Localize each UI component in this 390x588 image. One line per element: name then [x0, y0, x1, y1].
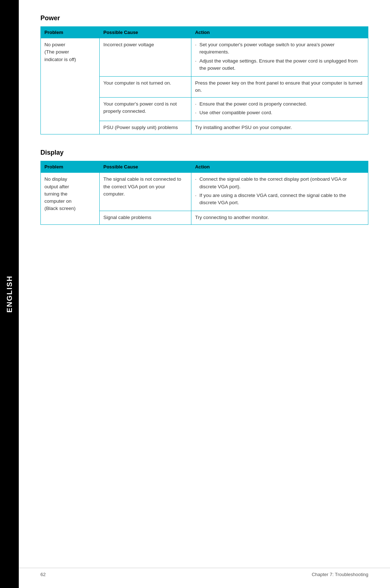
footer: 62 Chapter 7: Troubleshooting — [19, 568, 390, 577]
display-table-header-row: Problem Possible Cause Action — [41, 161, 368, 173]
power-action-3: Ensure that the power cord is properly c… — [191, 97, 368, 121]
power-row-1: No power(The powerindicator is off) Inco… — [41, 38, 368, 77]
display-row-1: No displayoutput afterturning thecompute… — [41, 173, 368, 211]
power-action-1-bullet-2: Adjust the voltage settings. Ensure that… — [195, 57, 364, 72]
display-header-action: Action — [191, 161, 368, 173]
power-action-2: Press the power key on the front panel t… — [191, 77, 368, 98]
power-header-action: Action — [191, 27, 368, 38]
display-cause-2: Signal cable problems — [100, 211, 191, 224]
display-action-1: Connect the signal cable to the correct … — [191, 173, 368, 211]
power-action-3-bullet-2: Use other compatible power cord. — [195, 109, 364, 116]
power-action-1: Set your computer's power voltage switch… — [191, 38, 368, 77]
display-cause-1: The signal cable is not connected to the… — [100, 173, 191, 211]
power-section-title: Power — [40, 14, 368, 22]
power-cause-2: Your computer is not turned on. — [100, 77, 191, 98]
display-header-problem: Problem — [41, 161, 100, 173]
power-table: Problem Possible Cause Action No power(T… — [40, 26, 368, 134]
power-cause-1: Incorrect power voltage — [100, 38, 191, 77]
power-cause-4: PSU (Power supply unit) problems — [100, 121, 191, 134]
power-problem-1: No power(The powerindicator is off) — [41, 38, 100, 134]
display-table: Problem Possible Cause Action No display… — [40, 161, 368, 224]
power-action-3-bullet-1: Ensure that the power cord is properly c… — [195, 100, 364, 108]
display-action-1-bullet-2: If you are using a discrete VGA card, co… — [195, 192, 364, 207]
power-header-problem: Problem — [41, 27, 100, 38]
sidebar-label: ENGLISH — [5, 275, 14, 313]
power-header-cause: Possible Cause — [100, 27, 191, 38]
power-action-4: Try installing another PSU on your compu… — [191, 121, 368, 134]
display-problem-1: No displayoutput afterturning thecompute… — [41, 173, 100, 224]
power-action-1-bullet-1: Set your computer's power voltage switch… — [195, 41, 364, 56]
power-table-header-row: Problem Possible Cause Action — [41, 27, 368, 38]
power-cause-3: Your computer's power cord is not proper… — [100, 97, 191, 121]
main-content: Power Problem Possible Cause Action No p… — [19, 0, 390, 261]
display-section-title: Display — [40, 149, 368, 156]
sidebar: ENGLISH — [0, 0, 19, 588]
footer-chapter: Chapter 7: Troubleshooting — [312, 572, 368, 577]
display-header-cause: Possible Cause — [100, 161, 191, 173]
footer-page-number: 62 — [40, 572, 46, 577]
display-action-1-bullet-1: Connect the signal cable to the correct … — [195, 176, 364, 190]
display-action-2: Try connecting to another monitor. — [191, 211, 368, 224]
